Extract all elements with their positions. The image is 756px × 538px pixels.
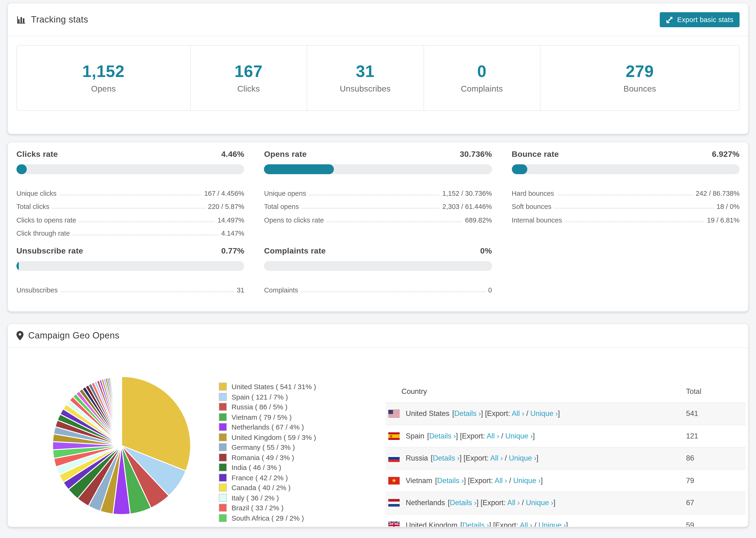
rate-progress-bar — [264, 164, 492, 174]
details-link[interactable]: Details › — [454, 409, 481, 418]
rate-head: Bounce rate6.927% — [512, 150, 739, 159]
rate-row: Total opens2,303 / 61.446% — [264, 197, 492, 210]
stat-value: 1,152 — [82, 62, 125, 81]
legend-label: India ( 46 / 3% ) — [232, 463, 281, 471]
export-unique-link[interactable]: Unique › — [526, 499, 553, 507]
geo-table-row-vn: Vietnam[Details ›] [Export: All › / Uniq… — [386, 470, 746, 492]
rates-grid: Clicks rate4.46%Unique clicks167 / 4.456… — [8, 142, 748, 301]
rate-row-label: Click through rate — [17, 230, 70, 237]
stat-value: 167 — [235, 62, 263, 81]
legend-item: Vietnam ( 79 / 5% ) — [219, 412, 316, 422]
flag-united-kingdom — [388, 521, 400, 527]
export-unique-link[interactable]: Unique › — [509, 454, 536, 462]
rate-row-value: 242 / 86.738% — [696, 189, 739, 197]
legend-label: South Africa ( 29 / 2% ) — [232, 514, 304, 522]
rate-row-label: Soft bounces — [512, 203, 551, 210]
export-all-link[interactable]: All › — [495, 476, 507, 484]
stat-unsubscribes: 31Unsubscribes — [307, 45, 424, 110]
export-unique-link[interactable]: Unique › — [513, 476, 541, 484]
legend-swatch — [219, 494, 227, 502]
legend-swatch — [219, 393, 227, 401]
legend-label: United States ( 541 / 31% ) — [232, 383, 316, 391]
geo-opens-table: CountryTotalUnited States[Details ›] [Ex… — [386, 381, 746, 527]
country-links: [Details ›] [Export: All › / Unique ›] — [448, 499, 555, 507]
country-name: Vietnam — [406, 476, 432, 485]
geo-table-total-cell: 59 — [686, 521, 746, 527]
dotted-leader — [79, 221, 215, 222]
country-name: Spain — [406, 432, 424, 440]
legend-swatch — [219, 403, 227, 411]
legend-label: Brazil ( 33 / 2% ) — [232, 504, 284, 512]
country-links: [Details ›] [Export: All › / Unique ›] — [460, 521, 568, 527]
flag-es — [388, 432, 400, 440]
stat-value: 0 — [477, 62, 486, 81]
details-link[interactable]: Details › — [433, 454, 459, 462]
rate-row-label: Complaints — [264, 286, 298, 294]
legend-item: Netherlands ( 67 / 4% ) — [219, 422, 316, 432]
rate-value: 30.736% — [460, 150, 492, 159]
rate-rows: Unsubscribes31 — [17, 280, 244, 294]
rate-row: Opens to clicks rate689.82% — [264, 210, 492, 224]
legend-item: India ( 46 / 3% ) — [219, 462, 316, 472]
geo-table-header-total: Total — [686, 387, 746, 396]
details-link[interactable]: Details › — [437, 476, 464, 484]
geo-opens-pie-chart[interactable] — [51, 375, 192, 516]
details-link[interactable]: Details › — [462, 521, 489, 527]
rate-row-value: 689.82% — [465, 216, 492, 224]
geo-table-total-cell: 541 — [686, 409, 746, 418]
rate-row-label: Unique clicks — [17, 189, 57, 197]
rate-title: Unsubscribe rate — [17, 246, 83, 256]
rate-row: Total clicks220 / 5.87% — [17, 197, 244, 210]
legend-label: Germany ( 55 / 3% ) — [232, 443, 295, 452]
export-all-link[interactable]: All › — [520, 521, 532, 527]
rate-progress-fill — [17, 164, 27, 174]
export-unique-link[interactable]: Unique › — [538, 521, 566, 527]
country-links: [Details ›] [Export: All › / Unique ›] — [435, 476, 543, 485]
export-all-link[interactable]: All › — [512, 409, 524, 418]
stat-complaints: 0Complaints — [424, 45, 540, 110]
tracking-stats-body: 1,152Opens167Clicks31Unsubscribes0Compla… — [8, 36, 748, 120]
rate-row-label: Total clicks — [17, 203, 49, 210]
stat-label: Complaints — [461, 84, 503, 94]
rate-progress-bar — [17, 164, 244, 174]
export-unique-link[interactable]: Unique › — [530, 409, 558, 418]
stat-value: 31 — [356, 62, 375, 81]
rate-row-value: 167 / 4.456% — [204, 189, 244, 197]
flag-vn — [388, 477, 400, 484]
rate-value: 0.77% — [221, 246, 244, 256]
rate-value: 4.46% — [221, 150, 244, 159]
country-links: [Details ›] [Export: All › / Unique ›] — [427, 432, 535, 440]
details-link[interactable]: Details › — [429, 432, 456, 440]
rate-value: 6.927% — [712, 150, 739, 159]
export-basic-stats-button[interactable]: Export basic stats — [660, 12, 739, 27]
export-unique-link[interactable]: Unique › — [505, 432, 533, 440]
geo-table-row-gb: United Kingdom[Details ›] [Export: All ›… — [386, 514, 746, 527]
export-all-link[interactable]: All › — [490, 454, 503, 462]
legend-item: United States ( 541 / 31% ) — [219, 382, 316, 392]
export-icon — [666, 16, 674, 23]
tracking-stats-title: Tracking stats — [17, 14, 88, 25]
rate-row-label: Total opens — [264, 203, 299, 210]
rate-title: Complaints rate — [264, 246, 326, 256]
legend-swatch — [219, 504, 227, 512]
details-link[interactable]: Details › — [450, 499, 477, 507]
bar-chart-icon — [17, 15, 26, 25]
legend-item: Brazil ( 33 / 2% ) — [219, 503, 316, 513]
stat-bounces: 279Bounces — [540, 45, 739, 110]
export-all-link[interactable]: All › — [507, 499, 519, 507]
geo-table-country-cell: United States[Details ›] [Export: All › … — [386, 409, 686, 418]
legend-label: United Kingdom ( 59 / 3% ) — [232, 433, 316, 441]
rate-row: Unique clicks167 / 4.456% — [17, 184, 244, 197]
rate-title: Opens rate — [264, 150, 307, 159]
page: Tracking stats Export basic stats 1,152O… — [0, 3, 756, 538]
flag-ru — [388, 455, 400, 462]
rate-row: Complaints0 — [264, 280, 492, 294]
flag-us — [388, 410, 400, 418]
geo-table-total-cell: 67 — [686, 499, 746, 507]
legend-label: Romania ( 49 / 3% ) — [232, 454, 294, 461]
export-basic-stats-label: Export basic stats — [677, 16, 733, 23]
export-all-link[interactable]: All › — [487, 432, 499, 440]
rate-row-value: 14.497% — [217, 216, 244, 224]
map-pin-icon — [17, 331, 24, 340]
rate-row-value: 19 / 6.81% — [707, 216, 739, 224]
